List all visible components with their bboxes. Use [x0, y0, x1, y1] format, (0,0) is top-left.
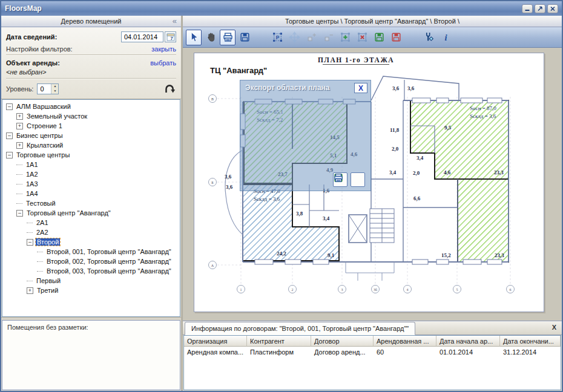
tree-item-label[interactable]: Торговый центр "Авангард" — [25, 209, 112, 217]
restore-button[interactable] — [535, 4, 545, 13]
print-tool-button[interactable] — [220, 30, 235, 45]
tree-item[interactable]: 2А1 — [2, 218, 180, 227]
tree-item-label[interactable]: Второй, 001, Торговый центр "Авангард" — [45, 248, 173, 255]
close-filters-link[interactable]: закрыть — [151, 45, 176, 53]
info-tool-icon: i — [440, 31, 452, 43]
cursor-tool-button[interactable] — [186, 30, 202, 45]
tree-item[interactable]: 1А4 — [2, 189, 180, 198]
expand-expander-icon[interactable]: + — [16, 113, 23, 120]
zoom-out-region-tool-button[interactable] — [320, 30, 336, 45]
plan-viewport[interactable]: ПЛАН 1-го ЭТАЖА ТЦ "Авангард" — [183, 48, 562, 321]
tree-item-label[interactable]: Крылатский — [25, 142, 64, 149]
tree-item-label[interactable]: Первый — [35, 277, 62, 284]
choose-rent-object-link[interactable]: выбрать — [150, 59, 176, 67]
tree-item[interactable]: 1А2 — [2, 169, 180, 179]
export-print-button[interactable] — [351, 172, 365, 187]
save-tool-button[interactable] — [237, 30, 252, 45]
column-header[interactable]: Договор — [311, 336, 374, 347]
collapse-expander-icon[interactable]: – — [16, 210, 23, 217]
expand-expander-icon[interactable]: + — [16, 123, 23, 129]
tree-item-label[interactable]: 2А2 — [35, 229, 50, 236]
collapse-expander-icon[interactable]: – — [6, 152, 13, 158]
level-down-button[interactable]: ▼ — [51, 89, 58, 94]
tree-item[interactable]: –АЛМ Варшавский — [2, 102, 180, 111]
tree-panel-title: Дерево помещений — [61, 18, 122, 25]
tree-item[interactable]: –Бизнес центры — [2, 131, 180, 140]
expand-expander-icon[interactable]: + — [27, 287, 33, 294]
svg-text:3,6: 3,6 — [392, 85, 400, 91]
tree-item[interactable]: 1А3 — [2, 179, 180, 189]
level-up-button[interactable]: ▲ — [51, 84, 58, 89]
rent-object-value: <не выбран> — [6, 68, 176, 76]
tree-item[interactable]: Второй, 001, Торговый центр "Авангард" — [2, 247, 180, 256]
tree-item[interactable]: +Крылатский — [2, 140, 180, 150]
export-region-overlay[interactable]: Экспорт области плана X — [240, 80, 371, 191]
zoom-in-region-tool-button[interactable] — [303, 30, 319, 45]
tree-item[interactable]: –Второй — [2, 237, 180, 247]
refresh-button[interactable] — [163, 83, 176, 95]
tree-item-label[interactable]: Земельный участок — [25, 113, 88, 120]
settings-tool-button[interactable] — [421, 30, 436, 45]
table-cell: 01.01.2014 — [436, 347, 500, 358]
save-markup-tool-button[interactable] — [371, 30, 387, 45]
calendar-button[interactable]: 7 — [165, 31, 176, 42]
unmarked-rooms-label: Помещения без разметки: — [7, 324, 88, 331]
tree-item-label[interactable]: 1А4 — [25, 190, 39, 197]
collapse-expander-icon[interactable]: – — [6, 132, 13, 139]
collapse-expander-icon[interactable]: – — [6, 103, 13, 110]
tree-item-label[interactable]: Второй, 003, Торговый центр "Авангард" — [45, 267, 173, 275]
minimize-button[interactable] — [522, 4, 533, 13]
tree-item[interactable]: Второй, 002, Торговый центр "Авангард" — [2, 256, 180, 266]
tree-item-label[interactable]: АЛМ Варшавский — [15, 103, 72, 110]
tree-item-label[interactable]: Торговые центры — [15, 151, 71, 158]
tree-item[interactable]: Второй, 003, Торговый центр "Авангард" — [2, 266, 180, 276]
tree-item-label[interactable]: 1А2 — [25, 171, 39, 178]
column-header[interactable]: Дата начала ар... — [436, 336, 500, 347]
select-region-tool-button[interactable]: P — [269, 30, 285, 45]
tree-item-label[interactable]: Бизнес центры — [15, 132, 64, 139]
svg-text:6,6: 6,6 — [413, 195, 421, 201]
svg-text:6: 6 — [510, 288, 512, 292]
delete-markup-tool-button[interactable] — [388, 30, 404, 45]
column-header[interactable]: Дата окончани... — [500, 336, 561, 347]
collapse-panel-button[interactable]: « — [173, 16, 177, 25]
table-row[interactable]: Арендная компа...ПластинформДоговор арен… — [184, 347, 561, 358]
move-region-tool-button[interactable] — [286, 30, 302, 45]
pan-tool-button[interactable] — [203, 30, 219, 45]
column-header[interactable]: Организация — [184, 336, 247, 347]
tree-item[interactable]: +Земельный участок — [2, 111, 180, 121]
column-header[interactable]: Контрагент — [247, 336, 311, 347]
tree-item[interactable]: +Строение 1 — [2, 121, 180, 131]
tree-item[interactable]: 1А1 — [2, 160, 180, 169]
print-tool-icon — [222, 31, 234, 43]
tree-item[interactable]: +Третий — [2, 286, 180, 295]
tree-item[interactable]: Первый — [2, 276, 180, 286]
contracts-tab[interactable]: Информация по договорам: "Второй, 001, Т… — [185, 322, 415, 335]
tree-item[interactable]: Тестовый — [2, 198, 180, 208]
tree-item-label[interactable]: 1А3 — [25, 180, 39, 188]
room-green-bottom-right[interactable] — [458, 179, 509, 262]
tree-item[interactable]: –Торговые центры — [2, 150, 180, 160]
contracts-close-button[interactable]: X — [552, 324, 556, 331]
expand-expander-icon[interactable]: + — [16, 142, 23, 149]
tree-item-label[interactable]: Строение 1 — [25, 122, 64, 129]
info-tool-button[interactable]: i — [438, 30, 453, 45]
tree-item-label[interactable]: Второй — [36, 238, 60, 246]
room-green-top-right[interactable] — [410, 100, 509, 179]
collapse-expander-icon[interactable]: – — [27, 239, 33, 246]
svg-text:3,6: 3,6 — [407, 85, 415, 91]
tree-item[interactable]: 2А2 — [2, 227, 180, 237]
export-close-button[interactable]: X — [354, 83, 367, 93]
tree-item[interactable]: –Торговый центр "Авангард" — [2, 208, 180, 218]
delete-area-tool-button[interactable] — [354, 30, 370, 45]
tree-item-label[interactable]: 2А1 — [35, 219, 50, 226]
add-area-tool-button[interactable] — [337, 30, 353, 45]
close-button[interactable] — [547, 4, 558, 13]
tree-item-label[interactable]: Третий — [36, 287, 59, 294]
column-header[interactable]: Арендованная ... — [374, 336, 436, 347]
tree-item-label[interactable]: Второй, 002, Торговый центр "Авангард" — [45, 258, 173, 265]
level-stepper[interactable]: 0 ▲ ▼ — [37, 83, 59, 94]
tree-item-label[interactable]: Тестовый — [25, 200, 57, 207]
date-input[interactable] — [121, 31, 163, 42]
tree-item-label[interactable]: 1А1 — [25, 161, 39, 168]
